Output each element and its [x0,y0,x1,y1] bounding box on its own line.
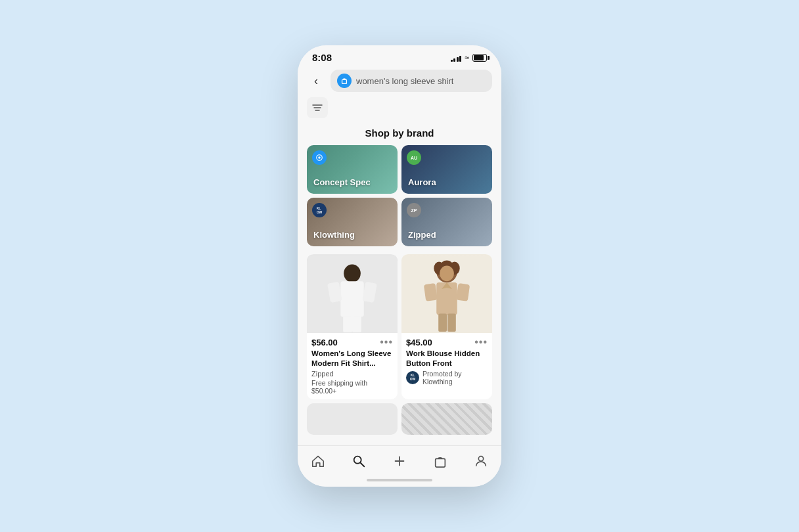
status-icons: ≈ [451,53,487,62]
partial-card-1[interactable] [307,403,398,435]
svg-rect-25 [447,313,456,332]
partial-product-grid [298,399,501,435]
brand-logo-concept-spec [312,150,327,165]
status-bar: 8:08 ≈ [298,45,501,66]
brand-name-klowthing: Klowthing [313,230,355,240]
svg-rect-30 [436,458,445,467]
svg-point-26 [354,456,361,464]
search-area: ‹ women's long sleeve shirt [298,66,501,96]
nav-item-create[interactable] [387,451,412,471]
filter-button[interactable] [307,97,328,118]
nav-item-profile[interactable] [468,451,493,471]
product-info-1: $56.00 ••• Women's Long Sleeve Modern Fi… [307,333,398,399]
promoted-text-2: Promoted by Klowthing [422,370,488,386]
brand-logo-aurora: AU [407,150,421,165]
promoted-brand-avatar: KLOW [406,371,419,384]
profile-icon [474,454,488,468]
brand-logo-klowthing: KLOW [312,203,327,217]
back-arrow-icon: ‹ [314,74,318,88]
product-grid: $56.00 ••• Women's Long Sleeve Modern Fi… [298,246,501,399]
shop-by-brand-title: Shop by brand [298,123,501,145]
bottom-nav [298,445,501,474]
brand-card-aurora[interactable]: AU Aurora [401,145,492,194]
svg-rect-22 [424,283,438,301]
nav-item-home[interactable] [306,451,331,471]
search-icon-circle [337,74,352,88]
brand-grid: Concept Spec AU Aurora KLOW Klowthing ZP… [298,145,501,246]
nav-item-search[interactable] [346,451,371,471]
home-icon [311,454,325,468]
shopping-bag-icon [340,77,348,85]
promoted-row-2: KLOW Promoted by Klowthing [406,370,488,386]
product-shipping-1: Free shipping with $50.00+ [311,379,393,395]
wifi-icon: ≈ [465,53,469,62]
product-price-1: $56.00 [311,338,338,347]
signal-icon [451,54,462,62]
brand-name-zipped: Zipped [408,230,436,240]
brand-name-aurora: Aurora [408,177,436,187]
product-info-2: $45.00 ••• Work Blouse Hidden Button Fro… [401,333,492,390]
svg-point-31 [478,456,483,461]
brand-card-concept-spec[interactable]: Concept Spec [307,145,398,194]
svg-point-8 [344,265,361,283]
svg-rect-0 [342,79,347,83]
bag-icon [433,454,447,468]
product-more-2[interactable]: ••• [474,337,488,347]
brand-name-concept-spec: Concept Spec [313,177,371,187]
search-bar[interactable]: women's long sleeve shirt [331,70,492,92]
brand-card-klowthing[interactable]: KLOW Klowthing [307,198,398,246]
svg-rect-9 [340,281,363,317]
svg-rect-12 [343,316,352,332]
status-time: 8:08 [312,52,332,63]
product-image-1 [307,254,398,333]
home-indicator [298,474,501,487]
svg-rect-23 [456,283,470,301]
svg-point-19 [440,265,454,281]
brand-logo-zipped: ZP [407,203,421,217]
product-image-2 [401,254,492,333]
brand-card-zipped[interactable]: ZP Zipped [401,198,492,246]
filter-icon [312,103,323,112]
partial-card-2[interactable] [401,403,492,435]
search-nav-icon [352,454,366,468]
partial-pattern [401,403,492,435]
product-price-2: $45.00 [406,338,432,347]
svg-line-27 [361,463,365,467]
plus-icon [392,454,407,468]
product-more-1[interactable]: ••• [380,337,393,347]
svg-point-5 [318,156,320,158]
battery-icon [472,54,487,62]
svg-rect-13 [352,316,361,332]
product-title-1: Women's Long Sleeve Modern Fit Shirt... [311,349,393,368]
product-card-2[interactable]: $45.00 ••• Work Blouse Hidden Button Fro… [401,254,492,399]
product-card-1[interactable]: $56.00 ••• Women's Long Sleeve Modern Fi… [307,254,398,399]
filter-row [298,96,501,123]
content-scroll: Shop by brand Concept Spec AU Aurora [298,123,501,445]
search-query-text: women's long sleeve shirt [356,76,453,86]
svg-rect-24 [438,313,447,332]
product-title-2: Work Blouse Hidden Button Front [406,349,488,368]
product-brand-1: Zipped [311,370,393,378]
phone-frame: 8:08 ≈ ‹ women's lon [298,45,501,487]
back-button[interactable]: ‹ [307,72,325,90]
nav-item-bag[interactable] [428,451,453,471]
home-bar [367,479,432,481]
